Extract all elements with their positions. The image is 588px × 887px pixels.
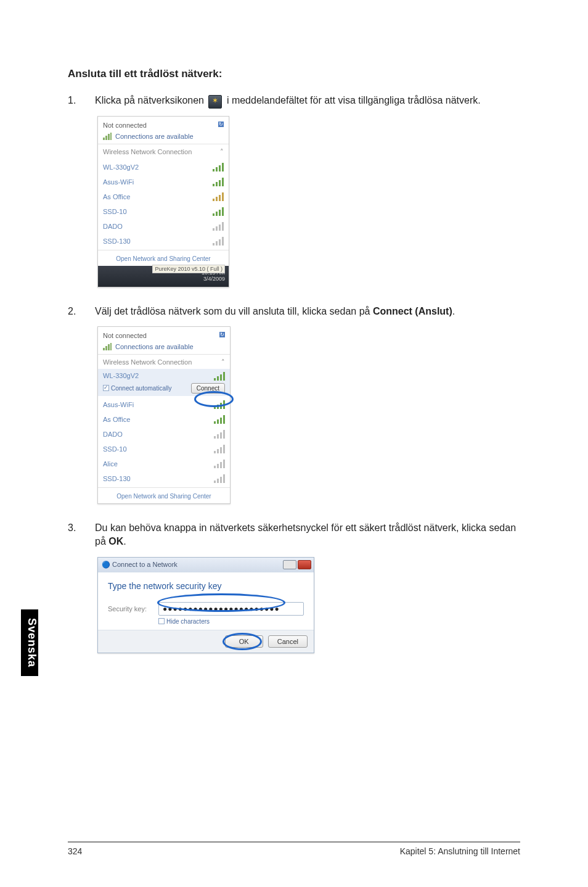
step-1-number: 1.: [68, 94, 95, 107]
screenshot-security-key-dialog: 🔵 Connect to a Network Type the network …: [97, 557, 314, 653]
network-item-selected[interactable]: WL-330gV2 Connect automatically Connect: [98, 369, 230, 396]
checkbox-hide-characters[interactable]: [158, 618, 165, 624]
step-1: 1. Klicka på nätverksikonen i meddelande…: [68, 94, 520, 107]
signal-strength-icon: [214, 445, 225, 453]
network-list-1: WL-330gV2Asus-WiFiAs OfficeSSD-10DADOSSD…: [98, 159, 229, 250]
minimize-button[interactable]: [283, 560, 296, 569]
step-2-text-b: .: [452, 306, 455, 316]
ok-button[interactable]: OK: [225, 635, 263, 648]
network-item[interactable]: As Office: [98, 189, 229, 204]
step-3-bold: OK: [108, 536, 123, 547]
section-heading: Ansluta till ett trådlöst nätverk:: [68, 68, 520, 80]
signal-strength-icon: [213, 207, 224, 216]
network-item[interactable]: Alice: [98, 456, 230, 471]
label-not-connected-2: Not connected: [103, 332, 194, 339]
taskbar: PureKey 2010 v5.10 ( Full ) 10:15 AM3/4/…: [98, 266, 229, 287]
label-connections-available: Connections are available: [115, 133, 194, 140]
step-2-text-a: Välj det trådlösa nätverk som du vill an…: [95, 306, 373, 316]
collapse-icon[interactable]: ˄: [220, 148, 224, 156]
network-ssid: Alice: [103, 460, 118, 468]
page-number: 324: [68, 846, 82, 856]
refresh-icon[interactable]: ↻: [218, 122, 224, 127]
signal-strength-icon: [214, 415, 225, 424]
network-item[interactable]: SSD-130: [98, 234, 229, 249]
network-item[interactable]: SSD-10: [98, 442, 230, 456]
network-item[interactable]: Asus-WiFi: [98, 175, 229, 189]
screenshot-network-list-1: Not connected Connections are available …: [97, 116, 229, 287]
signal-strength-icon: [214, 372, 225, 381]
signal-strength-icon: [214, 460, 225, 468]
dialog-title: Connect to a Network: [112, 561, 178, 568]
signal-icon: [103, 343, 112, 350]
signal-strength-icon: [213, 163, 224, 171]
step-3: 3. Du kan behöva knappa in nätverkets sä…: [68, 521, 520, 548]
step-1-text-b: i meddelandefältet för att visa tillgäng…: [227, 95, 481, 105]
signal-strength-icon: [213, 237, 224, 245]
network-item[interactable]: Asus-WiFi: [98, 397, 230, 412]
label-wireless-connection-2: Wireless Network Connection: [103, 358, 192, 366]
cancel-button[interactable]: Cancel: [268, 635, 308, 648]
step-2: 2. Välj det trådlösa nätverk som du vill…: [68, 305, 520, 318]
network-item[interactable]: DADO: [98, 427, 230, 442]
network-ssid: DADO: [103, 431, 123, 438]
step-2-number: 2.: [68, 305, 95, 318]
network-item[interactable]: As Office: [98, 412, 230, 427]
network-list-2: Asus-WiFiAs OfficeDADOSSD-10AliceSSD-130: [98, 396, 230, 487]
network-item[interactable]: SSD-130: [98, 471, 230, 486]
signal-strength-icon: [213, 192, 224, 201]
label-wireless-connection: Wireless Network Connection: [103, 148, 192, 156]
taskbar-tooltip: PureKey 2010 v5.10 ( Full ): [152, 265, 225, 273]
security-key-input[interactable]: [158, 602, 304, 616]
screenshot-network-list-2: Not connected Connections are available …: [97, 326, 231, 504]
network-ssid: DADO: [103, 223, 123, 230]
connect-button[interactable]: Connect: [191, 383, 225, 394]
network-ssid: SSD-10: [103, 208, 127, 215]
collapse-icon[interactable]: ˄: [221, 358, 225, 366]
link-open-network-sharing-center-2[interactable]: Open Network and Sharing Center: [98, 487, 230, 503]
label-hide-characters: Hide characters: [166, 618, 210, 625]
label-security-key: Security key:: [108, 605, 158, 613]
taskbar-date: 3/4/2009: [202, 276, 225, 283]
network-ssid: Asus-WiFi: [103, 178, 134, 186]
label-connect-auto: Connect automatically: [111, 385, 171, 392]
signal-strength-icon: [214, 430, 225, 439]
network-item[interactable]: DADO: [98, 219, 229, 234]
refresh-icon[interactable]: ↻: [219, 332, 225, 337]
network-ssid: SSD-130: [103, 237, 131, 245]
step-3-text-a: Du kan behöva knappa in nätverkets säker…: [95, 522, 516, 547]
step-2-bold: Connect (Anslut): [373, 306, 452, 316]
signal-strength-icon: [213, 178, 224, 186]
network-ssid: As Office: [103, 193, 130, 200]
network-ssid: SSD-10: [103, 445, 127, 453]
network-ssid: As Office: [103, 416, 130, 423]
chapter-title: Kapitel 5: Anslutning till Internet: [400, 846, 520, 856]
network-ssid: Asus-WiFi: [103, 401, 134, 408]
step-3-text-b: .: [123, 536, 126, 547]
signal-icon: [103, 133, 112, 140]
step-1-text-a: Klicka på nätverksikonen: [95, 95, 206, 105]
network-ssid: WL-330gV2: [103, 163, 139, 171]
dialog-titlebar: 🔵 Connect to a Network: [98, 558, 314, 572]
language-tab: Svenska: [21, 609, 38, 676]
network-ssid: SSD-130: [103, 475, 131, 482]
network-item[interactable]: SSD-10: [98, 204, 229, 219]
checkbox-connect-auto[interactable]: [103, 385, 109, 391]
label-connections-available-2: Connections are available: [115, 343, 194, 350]
label-not-connected: Not connected: [103, 122, 194, 129]
selected-ssid: WL-330gV2: [103, 372, 139, 381]
dialog-instruction: Type the network security key: [108, 581, 304, 591]
network-tray-icon: [208, 95, 222, 109]
network-item[interactable]: WL-330gV2: [98, 160, 229, 175]
signal-strength-icon: [213, 222, 224, 231]
signal-strength-icon: [214, 400, 225, 409]
link-open-network-sharing-center[interactable]: Open Network and Sharing Center: [98, 250, 229, 266]
signal-strength-icon: [214, 474, 225, 483]
step-3-number: 3.: [68, 521, 95, 548]
close-button[interactable]: [298, 560, 311, 569]
